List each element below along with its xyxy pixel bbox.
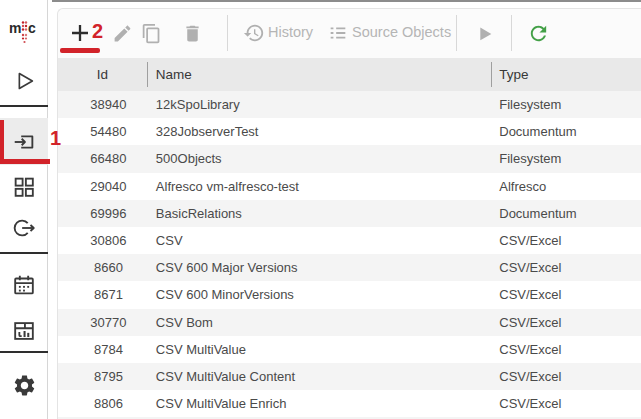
logo-dots [22,21,27,43]
mc-logo-icon: m c [7,13,41,51]
table-row[interactable]: 8795CSV MultiValue ContentCSV/Excel [58,363,641,390]
run-button[interactable] [472,21,496,45]
toolbar-divider [456,15,457,51]
table-row[interactable]: 30806CSVCSV/Excel [58,227,641,254]
sidebar-item-schedule[interactable] [0,263,48,307]
sidebar-item-settings[interactable] [0,363,48,407]
table-row[interactable]: 8671CSV 600 MinorVersionsCSV/Excel [58,281,641,308]
import-icon [11,129,37,155]
cell-name: 12kSpoLibrary [147,97,491,112]
cell-id: 8660 [58,260,147,275]
delete-button[interactable] [180,21,204,45]
logo-letter-m: m [9,20,21,36]
edit-button[interactable] [110,21,134,45]
play-outline-icon [11,68,37,94]
sidebar-item-export[interactable] [0,206,48,250]
cell-id: 29040 [58,179,147,194]
mc-logo: m c [0,10,48,54]
cell-name: CSV MultiValue Enrich [147,396,491,411]
cell-type: Filesystem [491,97,641,112]
cell-type: CSV/Excel [491,396,641,411]
annotation-step-2: 2 [92,21,103,41]
app-window: m c [0,0,641,419]
cell-type: Documentum [491,124,641,139]
cell-name: CSV MultiValue Content [147,369,491,384]
table-body: 3894012kSpoLibraryFilesystem54480328Jobs… [58,91,641,419]
table-row[interactable]: 30770CSV BomCSV/Excel [58,309,641,336]
column-header-type[interactable]: Type [491,58,641,91]
cell-id: 8784 [58,342,147,357]
plus-icon [68,21,92,45]
cell-id: 69996 [58,206,147,221]
table-row[interactable]: 8806CSV MultiValue EnrichCSV/Excel [58,390,641,417]
window-top-edge [52,0,641,2]
sidebar-divider [0,105,48,107]
table-row[interactable]: 69996BasicRelationsDocumentum [58,200,641,227]
cell-name: CSV MultiValue [147,342,491,357]
pencil-icon [112,23,133,44]
add-button[interactable] [68,21,92,45]
sidebar-item-run[interactable] [0,58,48,104]
cell-id: 38940 [58,97,147,112]
table-row[interactable]: 66480500ObjectsFilesystem [58,145,641,172]
sidebar-divider [0,351,48,353]
history-button[interactable] [242,21,266,45]
table-row[interactable]: 29040Alfresco vm-alfresco-testAlfresco [58,173,641,200]
cell-name: CSV [147,233,491,248]
content-panel: History Source Objects I [57,8,641,419]
cell-type: CSV/Excel [491,369,641,384]
cell-type: Documentum [491,206,641,221]
sidebar-divider [0,252,48,254]
table-row[interactable]: 3894012kSpoLibraryFilesystem [58,91,641,118]
cell-name: 328JobserverTest [147,124,491,139]
cell-id: 8671 [58,287,147,302]
annotation-underline-import [0,159,50,164]
history-label[interactable]: History [268,24,313,40]
report-icon [11,318,37,344]
cell-type: CSV/Excel [491,342,641,357]
cell-name: CSV Bom [147,315,491,330]
annotation-left-bar-import [0,120,4,164]
copy-icon [141,23,162,44]
cell-name: CSV 600 MinorVersions [147,287,491,302]
cell-id: 66480 [58,151,147,166]
cell-id: 8795 [58,369,147,384]
cell-id: 54480 [58,124,147,139]
cell-type: CSV/Excel [491,260,641,275]
refresh-button[interactable] [526,21,550,45]
gear-icon [12,373,37,398]
calendar-icon [11,272,37,298]
cell-type: CSV/Excel [491,315,641,330]
column-header-id[interactable]: Id [58,58,147,91]
cell-name: 500Objects [147,151,491,166]
source-objects-label[interactable]: Source Objects [352,24,451,40]
cell-name: BasicRelations [147,206,491,221]
cell-type: CSV/Excel [491,287,641,302]
cell-id: 8806 [58,396,147,411]
table-row[interactable]: 8784CSV MultiValueCSV/Excel [58,336,641,363]
cell-type: Filesystem [491,151,641,166]
trash-icon [182,23,203,44]
sidebar: m c [0,0,48,419]
play-icon [473,22,495,44]
list-icon [327,22,349,44]
copy-button[interactable] [139,21,163,45]
source-objects-button[interactable] [326,21,350,45]
history-icon [243,22,265,44]
refresh-icon [527,22,550,45]
table-row[interactable]: 8660CSV 600 Major VersionsCSV/Excel [58,254,641,281]
sidebar-item-apps[interactable] [0,165,48,209]
cell-type: Alfresco [491,179,641,194]
export-icon [11,215,37,241]
sidebar-item-reports[interactable] [0,309,48,353]
table-header: Id Name Type [58,58,641,91]
cell-name: Alfresco vm-alfresco-test [147,179,491,194]
annotation-step-1: 1 [50,128,61,148]
annotation-underline-add [60,48,100,53]
table-row[interactable]: 54480328JobserverTestDocumentum [58,118,641,145]
logo-letter-c: c [28,20,36,36]
column-header-name[interactable]: Name [147,58,491,91]
cell-id: 30806 [58,233,147,248]
sidebar-item-import[interactable] [0,118,48,165]
cell-type: CSV/Excel [491,233,641,248]
